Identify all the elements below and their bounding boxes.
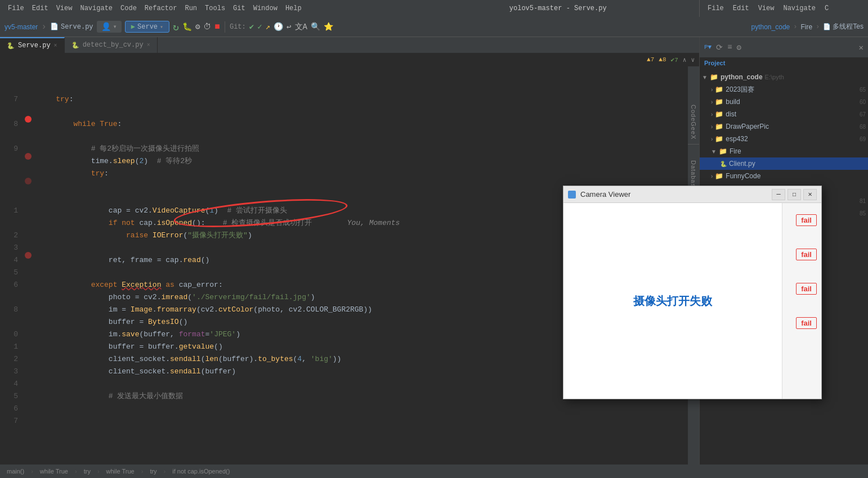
tree-linenum: 65: [860, 87, 866, 93]
status-item5[interactable]: if not cap.isOpened(): [170, 468, 232, 475]
right-breadcrumb-fire[interactable]: Fire: [800, 23, 812, 31]
menu-file[interactable]: File: [5, 3, 28, 13]
menu-tools[interactable]: Tools: [202, 3, 229, 13]
stop-button[interactable]: ■: [214, 22, 220, 32]
status-item4[interactable]: try: [147, 468, 159, 475]
folder-icon: 📁: [715, 123, 723, 130]
folder-icon: 📁: [715, 85, 723, 93]
coverage-button[interactable]: ⚙: [195, 22, 200, 31]
menu-refactor[interactable]: Refactor: [141, 3, 181, 13]
dialog-close-button[interactable]: ✕: [803, 189, 817, 200]
project-python-icon[interactable]: P▼: [704, 44, 712, 51]
user-button[interactable]: 👤 ▾: [97, 21, 122, 33]
project-settings-icon[interactable]: ⚙: [737, 43, 741, 52]
camera-error-text: 摄像头打开失败: [633, 294, 712, 309]
breadcrumb-filename[interactable]: Serve.py: [61, 23, 93, 31]
code-line: [34, 106, 688, 118]
codegeeX-label[interactable]: CodeGeeX: [688, 100, 699, 145]
git-merge-button[interactable]: ✓: [257, 22, 262, 31]
right-breadcrumb-root[interactable]: python_code: [751, 23, 790, 31]
search-button[interactable]: 🔍: [311, 22, 320, 31]
project-close-icon[interactable]: ✕: [859, 43, 863, 52]
menu-navigate[interactable]: Navigate: [77, 3, 116, 13]
tree-item-fire[interactable]: ▼ 📁 Fire: [700, 145, 868, 157]
right-menu-view[interactable]: View: [755, 3, 778, 13]
fail-badge-3: fail: [796, 283, 817, 295]
bookmark-button[interactable]: ⭐: [324, 22, 333, 31]
right-menu-navigate[interactable]: Navigate: [780, 3, 819, 13]
project-refresh-icon[interactable]: ⟳: [716, 43, 723, 52]
dialog-body: 摄像头打开失败 fail fail fail fail: [563, 203, 821, 399]
tree-root-label: python_code: [721, 73, 763, 81]
collapse-button[interactable]: ∧: [683, 56, 687, 64]
tree-item-drawpaper[interactable]: › 📁 DrawPaperPic 68: [700, 120, 868, 133]
build-button[interactable]: 🐛: [182, 22, 192, 31]
status-item2[interactable]: try: [82, 468, 93, 475]
tree-item-esp432[interactable]: › 📁 esp432 69: [700, 133, 868, 145]
git-translate-button[interactable]: 文A: [295, 22, 307, 32]
tree-linenum: 67: [860, 111, 866, 118]
menu-bar: File Edit View Navigate Code Refactor Ru…: [0, 0, 868, 17]
editor-toolbar: ▲7 ▲8 ✔7 ∧ ∨: [0, 53, 699, 66]
menu-code[interactable]: Code: [117, 3, 140, 13]
refresh-button[interactable]: ↻: [173, 21, 179, 33]
folder-icon: 📁: [715, 172, 723, 180]
git-check-button[interactable]: ✔: [249, 22, 254, 31]
tree-arrow: ▼: [702, 74, 708, 80]
tab-detect-icon: 🐍: [71, 42, 79, 49]
error-count[interactable]: ▲8: [659, 56, 666, 63]
menu-view[interactable]: View: [53, 3, 76, 13]
folder-icon: 📁: [715, 135, 723, 143]
status-item1[interactable]: while True: [38, 468, 70, 475]
git-history-button[interactable]: 🕐: [274, 22, 283, 31]
code-line: time.sleep(2) # 等待2秒: [34, 155, 688, 168]
breadcrumb-sep1: ›: [41, 22, 47, 32]
camera-dialog: Camera Viewer — ☐ ✕ 摄像头打开失败 fail fail fa…: [563, 186, 822, 399]
tab-serve-py[interactable]: 🐍 Serve.py ×: [0, 37, 65, 53]
right-menu-edit[interactable]: Edit: [730, 3, 753, 13]
menu-window[interactable]: Window: [250, 3, 281, 13]
right-menu-c[interactable]: C: [821, 3, 832, 13]
code-line: try:: [34, 168, 688, 180]
tree-label: DrawPaperPic: [726, 123, 769, 130]
breadcrumb-file: 📄 Serve.py: [50, 22, 93, 31]
status-item3[interactable]: while True: [104, 468, 137, 475]
right-breadcrumb-filename[interactable]: 多线程Tes: [833, 22, 863, 31]
profile-button[interactable]: ⏱: [203, 22, 211, 31]
run-config-button[interactable]: ▶ Serve ▾: [125, 21, 169, 33]
breadcrumb-left[interactable]: yv5-master: [5, 23, 38, 31]
tab-serve-close[interactable]: ×: [54, 43, 57, 49]
dialog-maximize-button[interactable]: ☐: [788, 189, 801, 200]
tree-item-dist[interactable]: › 📁 dist 67: [700, 108, 868, 120]
tree-item-clientpy[interactable]: 🐍 Client.py: [700, 157, 868, 170]
ok-count[interactable]: ✔7: [671, 56, 678, 64]
tree-root-path: E:\pyth: [765, 74, 784, 80]
right-menu-file[interactable]: File: [704, 3, 727, 13]
git-revert-button[interactable]: ↩: [287, 22, 291, 31]
tree-linenum: 85: [860, 210, 866, 217]
status-sep: ›: [139, 468, 146, 475]
tree-root-python[interactable]: ▼ 📁 python_code E:\pyth: [700, 71, 868, 83]
git-push-button[interactable]: ↗: [266, 22, 270, 31]
expand-button[interactable]: ∨: [691, 56, 695, 64]
tree-item-2023[interactable]: › 📁 2023国赛 65: [700, 83, 868, 96]
menu-run[interactable]: Run: [181, 3, 200, 13]
right-sep1: ›: [793, 23, 797, 31]
tab-detect-close[interactable]: ×: [147, 42, 150, 48]
tree-item-build[interactable]: › 📁 build 60: [700, 96, 868, 108]
warning-count[interactable]: ▲7: [647, 56, 654, 63]
tab-detect-py[interactable]: 🐍 detect_by_cv.py ×: [65, 37, 158, 53]
dialog-minimize-button[interactable]: —: [772, 189, 785, 200]
tree-item-funnycode[interactable]: › 📁 FunnyCode: [700, 170, 868, 182]
menu-edit[interactable]: Edit: [29, 3, 52, 13]
tree-label: Client.py: [729, 160, 755, 168]
project-collapse-icon[interactable]: ≡: [727, 43, 732, 52]
menu-help[interactable]: Help: [282, 3, 305, 13]
git-label: Git:: [230, 23, 246, 31]
tree-arrow: ›: [711, 173, 713, 179]
menu-git[interactable]: Git: [230, 3, 249, 13]
tree-arrow: ›: [711, 87, 713, 93]
fail-badge-4: fail: [796, 317, 817, 329]
right-file-icon: 📄: [823, 23, 831, 30]
status-main[interactable]: main(): [5, 468, 26, 475]
